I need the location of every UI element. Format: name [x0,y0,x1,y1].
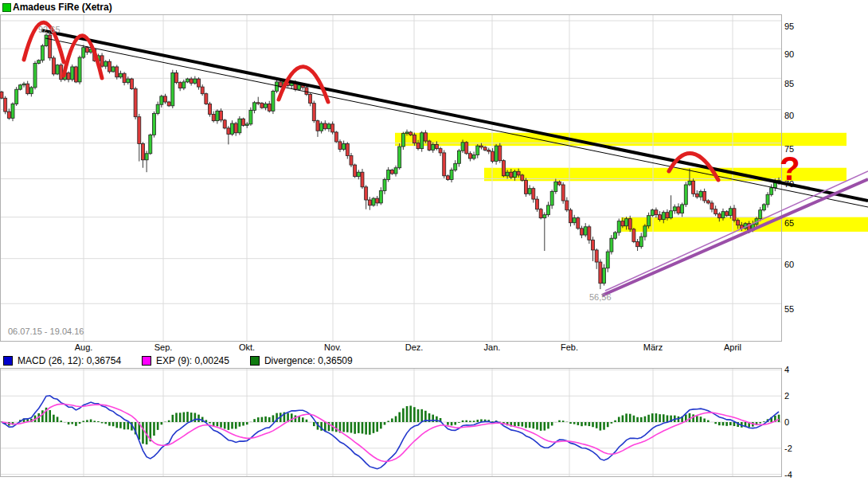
candle-down[interactable] [487,150,491,151]
candle-down[interactable] [714,209,717,214]
candle-up[interactable] [29,88,33,94]
candle-down[interactable] [376,198,379,203]
candle-down[interactable] [581,229,584,235]
candle-down[interactable] [4,98,7,111]
candle-down[interactable] [428,141,431,150]
candle-up[interactable] [762,205,765,210]
candle-up[interactable] [156,104,159,113]
candle-up[interactable] [681,205,684,213]
candle-down[interactable] [491,151,494,161]
candle-down[interactable] [305,88,308,95]
candle-up[interactable] [216,111,219,120]
candle-up[interactable] [450,170,453,179]
candle-up[interactable] [22,84,25,85]
candle-down[interactable] [260,104,264,108]
candle-up[interactable] [699,191,702,197]
candle-down[interactable] [100,56,104,66]
candle-up[interactable] [617,221,620,233]
candle-up[interactable] [249,111,252,124]
candle-up[interactable] [454,163,457,170]
candle-up[interactable] [182,82,186,88]
candle-up[interactable] [342,144,346,150]
candle-down[interactable] [703,191,706,201]
candle-up[interactable] [603,268,606,284]
candle-down[interactable] [205,94,208,104]
trendline-downtrend-thin[interactable] [45,38,868,207]
candle-down[interactable] [510,172,513,177]
candle-down[interactable] [60,65,63,80]
candle-down[interactable] [309,94,312,103]
candle-up[interactable] [56,65,59,74]
candle-down[interactable] [725,212,729,216]
candle-down[interactable] [220,111,223,120]
candle-down[interactable] [52,58,55,74]
candle-down[interactable] [416,143,420,149]
candle-up[interactable] [320,123,323,131]
candle-down[interactable] [108,61,111,72]
candle-down[interactable] [26,84,29,93]
candle-up[interactable] [272,92,275,111]
candle-up[interactable] [298,85,301,89]
candle-down[interactable] [483,147,487,151]
candle-down[interactable] [174,72,178,82]
candle-up[interactable] [673,207,676,211]
candle-up[interactable] [37,61,41,64]
candle-up[interactable] [432,144,435,150]
candle-up[interactable] [670,211,673,218]
candle-down[interactable] [115,67,119,77]
candle-up[interactable] [18,85,22,89]
chart-canvas[interactable] [0,0,868,485]
candle-up[interactable] [506,172,509,176]
candle-down[interactable] [595,250,598,262]
trendline-downtrend-thick[interactable] [41,30,868,201]
candle-down[interactable] [212,114,215,120]
candle-up[interactable] [11,104,14,118]
candle-up[interactable] [721,212,725,218]
candle-down[interactable] [628,219,631,229]
candle-up[interactable] [33,63,37,87]
candle-down[interactable] [316,121,319,131]
candle-down[interactable] [234,123,237,133]
candle-down[interactable] [209,104,212,114]
candle-down[interactable] [134,88,137,116]
candle-up[interactable] [231,123,234,134]
candle-up[interactable] [45,35,48,46]
candle-down[interactable] [659,215,662,220]
candle-down[interactable] [521,175,524,180]
candle-down[interactable] [0,92,3,98]
candle-up[interactable] [651,210,654,216]
candle-down[interactable] [535,199,538,209]
candle-up[interactable] [145,154,148,160]
candle-down[interactable] [256,103,260,104]
candle-up[interactable] [643,226,647,237]
candle-down[interactable] [390,170,393,174]
candle-up[interactable] [457,151,460,163]
candle-down[interactable] [737,221,740,225]
candle-down[interactable] [412,135,416,143]
candle-up[interactable] [387,170,390,179]
candle-up[interactable] [584,227,587,235]
candle-down[interactable] [588,227,591,241]
candle-down[interactable] [517,171,520,175]
candle-up[interactable] [149,135,152,153]
candle-down[interactable] [190,79,193,83]
candle-up[interactable] [398,147,401,168]
candle-up[interactable] [476,146,479,154]
candle-down[interactable] [465,143,468,154]
candle-down[interactable] [435,144,438,148]
candle-down[interactable] [592,240,595,250]
candle-up[interactable] [276,82,279,92]
candle-down[interactable] [227,128,230,135]
candle-up[interactable] [264,104,268,108]
candle-down[interactable] [479,146,483,147]
candle-down[interactable] [710,203,714,209]
candle-up[interactable] [766,194,769,205]
candle-down[interactable] [695,194,698,197]
candle-down[interactable] [666,213,669,218]
candle-up[interactable] [513,171,516,177]
candle-up[interactable] [420,133,424,149]
candle-down[interactable] [74,67,77,82]
candle-down[interactable] [323,123,326,129]
candle-up[interactable] [625,219,628,226]
candle-down[interactable] [7,111,10,118]
